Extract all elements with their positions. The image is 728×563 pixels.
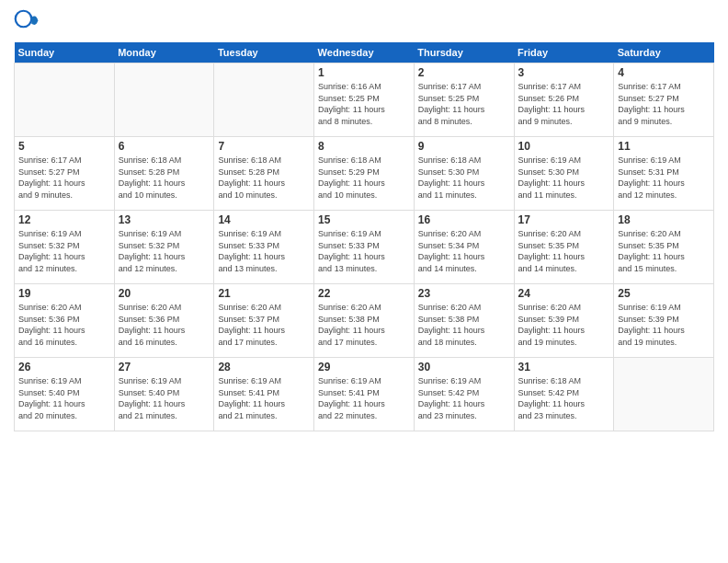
day-number: 8: [318, 140, 410, 153]
day-info: Sunrise: 6:19 AM Sunset: 5:41 PM Dayligh…: [218, 375, 310, 421]
day-number: 15: [318, 213, 410, 226]
day-number: 3: [518, 66, 610, 79]
day-number: 28: [218, 361, 310, 373]
calendar-cell: 7Sunrise: 6:18 AM Sunset: 5:28 PM Daylig…: [214, 137, 314, 211]
day-number: 20: [119, 287, 210, 300]
day-info: Sunrise: 6:17 AM Sunset: 5:27 PM Dayligh…: [618, 81, 710, 127]
calendar-cell: 22Sunrise: 6:20 AM Sunset: 5:38 PM Dayli…: [314, 284, 415, 358]
calendar-cell: 30Sunrise: 6:19 AM Sunset: 5:42 PM Dayli…: [414, 358, 514, 431]
day-info: Sunrise: 6:20 AM Sunset: 5:35 PM Dayligh…: [518, 228, 610, 274]
day-number: 24: [518, 287, 610, 300]
calendar-cell: 16Sunrise: 6:20 AM Sunset: 5:34 PM Dayli…: [414, 211, 514, 284]
calendar-header-row: SundayMondayTuesdayWednesdayThursdayFrid…: [15, 42, 714, 63]
day-number: 10: [518, 140, 610, 153]
calendar-cell: [614, 358, 714, 431]
day-number: 11: [618, 140, 710, 153]
day-info: Sunrise: 6:19 AM Sunset: 5:30 PM Dayligh…: [518, 155, 610, 201]
day-number: 27: [119, 361, 210, 373]
day-info: Sunrise: 6:18 AM Sunset: 5:42 PM Dayligh…: [518, 375, 610, 421]
svg-point-0: [16, 11, 32, 28]
day-info: Sunrise: 6:19 AM Sunset: 5:32 PM Dayligh…: [18, 228, 110, 274]
day-info: Sunrise: 6:20 AM Sunset: 5:38 PM Dayligh…: [318, 302, 410, 348]
calendar-cell: 13Sunrise: 6:19 AM Sunset: 5:32 PM Dayli…: [114, 211, 214, 284]
day-info: Sunrise: 6:19 AM Sunset: 5:33 PM Dayligh…: [318, 228, 410, 274]
calendar-week-row: 19Sunrise: 6:20 AM Sunset: 5:36 PM Dayli…: [15, 284, 714, 358]
calendar-cell: 18Sunrise: 6:20 AM Sunset: 5:35 PM Dayli…: [614, 211, 714, 284]
day-number: 17: [518, 213, 610, 226]
day-number: 6: [119, 140, 210, 153]
calendar-cell: 28Sunrise: 6:19 AM Sunset: 5:41 PM Dayli…: [214, 358, 314, 431]
day-number: 13: [119, 213, 210, 226]
calendar-cell: 1Sunrise: 6:16 AM Sunset: 5:25 PM Daylig…: [314, 63, 415, 137]
calendar-cell: 21Sunrise: 6:20 AM Sunset: 5:37 PM Dayli…: [214, 284, 314, 358]
day-number: 16: [418, 213, 510, 226]
calendar-cell: 6Sunrise: 6:18 AM Sunset: 5:28 PM Daylig…: [114, 137, 214, 211]
day-info: Sunrise: 6:19 AM Sunset: 5:31 PM Dayligh…: [618, 155, 710, 201]
weekday-header: Monday: [114, 42, 214, 63]
day-number: 25: [618, 287, 710, 300]
calendar-week-row: 5Sunrise: 6:17 AM Sunset: 5:27 PM Daylig…: [15, 137, 714, 211]
calendar-cell: 23Sunrise: 6:20 AM Sunset: 5:38 PM Dayli…: [414, 284, 514, 358]
day-number: 29: [318, 361, 410, 373]
weekday-header: Saturday: [614, 42, 714, 63]
calendar-cell: [214, 63, 314, 137]
calendar-cell: 31Sunrise: 6:18 AM Sunset: 5:42 PM Dayli…: [514, 358, 614, 431]
day-info: Sunrise: 6:18 AM Sunset: 5:29 PM Dayligh…: [318, 155, 410, 201]
calendar-cell: 5Sunrise: 6:17 AM Sunset: 5:27 PM Daylig…: [15, 137, 115, 211]
day-info: Sunrise: 6:20 AM Sunset: 5:34 PM Dayligh…: [418, 228, 510, 274]
day-number: 18: [618, 213, 710, 226]
day-info: Sunrise: 6:20 AM Sunset: 5:35 PM Dayligh…: [618, 228, 710, 274]
calendar-cell: 17Sunrise: 6:20 AM Sunset: 5:35 PM Dayli…: [514, 211, 614, 284]
day-number: 5: [18, 140, 110, 153]
day-number: 9: [418, 140, 510, 153]
day-info: Sunrise: 6:19 AM Sunset: 5:33 PM Dayligh…: [218, 228, 310, 274]
calendar-cell: 2Sunrise: 6:17 AM Sunset: 5:25 PM Daylig…: [414, 63, 514, 137]
calendar-cell: 24Sunrise: 6:20 AM Sunset: 5:39 PM Dayli…: [514, 284, 614, 358]
day-number: 30: [418, 361, 510, 373]
day-info: Sunrise: 6:17 AM Sunset: 5:25 PM Dayligh…: [418, 81, 510, 127]
calendar-cell: [15, 63, 115, 137]
weekday-header: Friday: [514, 42, 614, 63]
calendar-cell: 10Sunrise: 6:19 AM Sunset: 5:30 PM Dayli…: [514, 137, 614, 211]
calendar-cell: 9Sunrise: 6:18 AM Sunset: 5:30 PM Daylig…: [414, 137, 514, 211]
calendar-cell: 8Sunrise: 6:18 AM Sunset: 5:29 PM Daylig…: [314, 137, 415, 211]
day-info: Sunrise: 6:19 AM Sunset: 5:39 PM Dayligh…: [618, 302, 710, 348]
calendar-week-row: 12Sunrise: 6:19 AM Sunset: 5:32 PM Dayli…: [15, 211, 714, 284]
day-info: Sunrise: 6:19 AM Sunset: 5:40 PM Dayligh…: [18, 375, 110, 421]
weekday-header: Thursday: [414, 42, 514, 63]
calendar-cell: [114, 63, 214, 137]
calendar-cell: 20Sunrise: 6:20 AM Sunset: 5:36 PM Dayli…: [114, 284, 214, 358]
day-info: Sunrise: 6:17 AM Sunset: 5:26 PM Dayligh…: [518, 81, 610, 127]
page-container: SundayMondayTuesdayWednesdayThursdayFrid…: [0, 0, 728, 563]
day-info: Sunrise: 6:20 AM Sunset: 5:36 PM Dayligh…: [119, 302, 210, 348]
logo-icon: [14, 9, 40, 35]
calendar-cell: 19Sunrise: 6:20 AM Sunset: 5:36 PM Dayli…: [15, 284, 115, 358]
day-info: Sunrise: 6:19 AM Sunset: 5:42 PM Dayligh…: [418, 375, 510, 421]
calendar-cell: 25Sunrise: 6:19 AM Sunset: 5:39 PM Dayli…: [614, 284, 714, 358]
day-info: Sunrise: 6:19 AM Sunset: 5:40 PM Dayligh…: [119, 375, 210, 421]
day-number: 21: [218, 287, 310, 300]
calendar-cell: 11Sunrise: 6:19 AM Sunset: 5:31 PM Dayli…: [614, 137, 714, 211]
day-number: 26: [18, 361, 110, 373]
day-info: Sunrise: 6:16 AM Sunset: 5:25 PM Dayligh…: [318, 81, 410, 127]
day-info: Sunrise: 6:18 AM Sunset: 5:30 PM Dayligh…: [418, 155, 510, 201]
day-info: Sunrise: 6:18 AM Sunset: 5:28 PM Dayligh…: [119, 155, 210, 201]
calendar-cell: 27Sunrise: 6:19 AM Sunset: 5:40 PM Dayli…: [114, 358, 214, 431]
day-number: 2: [418, 66, 510, 79]
day-info: Sunrise: 6:18 AM Sunset: 5:28 PM Dayligh…: [218, 155, 310, 201]
header: [14, 9, 714, 35]
day-number: 4: [618, 66, 710, 79]
day-info: Sunrise: 6:20 AM Sunset: 5:38 PM Dayligh…: [418, 302, 510, 348]
calendar-cell: 15Sunrise: 6:19 AM Sunset: 5:33 PM Dayli…: [314, 211, 415, 284]
day-info: Sunrise: 6:20 AM Sunset: 5:39 PM Dayligh…: [518, 302, 610, 348]
day-number: 22: [318, 287, 410, 300]
day-info: Sunrise: 6:20 AM Sunset: 5:36 PM Dayligh…: [18, 302, 110, 348]
calendar-cell: 4Sunrise: 6:17 AM Sunset: 5:27 PM Daylig…: [614, 63, 714, 137]
calendar-week-row: 26Sunrise: 6:19 AM Sunset: 5:40 PM Dayli…: [15, 358, 714, 431]
calendar-cell: 29Sunrise: 6:19 AM Sunset: 5:41 PM Dayli…: [314, 358, 415, 431]
calendar-cell: 3Sunrise: 6:17 AM Sunset: 5:26 PM Daylig…: [514, 63, 614, 137]
day-number: 7: [218, 140, 310, 153]
weekday-header: Sunday: [15, 42, 115, 63]
calendar-cell: 12Sunrise: 6:19 AM Sunset: 5:32 PM Dayli…: [15, 211, 115, 284]
day-info: Sunrise: 6:20 AM Sunset: 5:37 PM Dayligh…: [218, 302, 310, 348]
